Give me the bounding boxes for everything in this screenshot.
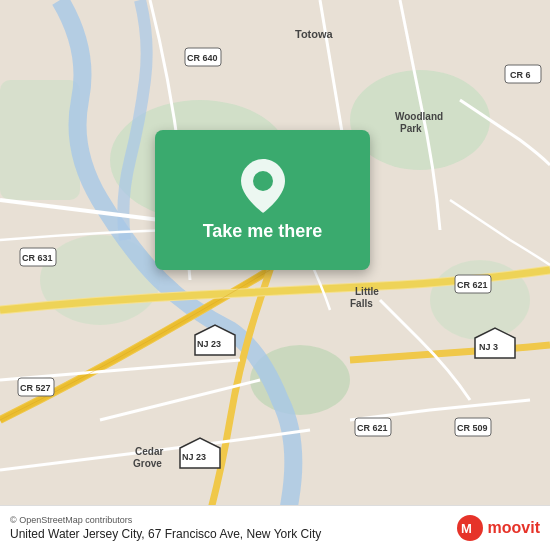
- svg-text:Grove: Grove: [133, 458, 162, 469]
- svg-text:NJ 3: NJ 3: [479, 342, 498, 352]
- cta-card[interactable]: Take me there: [155, 130, 370, 270]
- bottom-bar: © OpenStreetMap contributors United Wate…: [0, 505, 550, 550]
- svg-text:Cedar: Cedar: [135, 446, 163, 457]
- svg-text:Falls: Falls: [350, 298, 373, 309]
- map-container[interactable]: Totowa Woodland Park Little Falls Cedar …: [0, 0, 550, 550]
- svg-text:CR 509: CR 509: [457, 423, 488, 433]
- svg-text:CR 621: CR 621: [457, 280, 488, 290]
- svg-text:CR 631: CR 631: [22, 253, 53, 263]
- svg-text:Woodland: Woodland: [395, 111, 443, 122]
- moovit-brand-name: moovit: [488, 519, 540, 537]
- svg-rect-4: [0, 80, 80, 200]
- svg-text:NJ 23: NJ 23: [197, 339, 221, 349]
- svg-text:Little: Little: [355, 286, 379, 297]
- moovit-logo: M moovit: [456, 514, 540, 542]
- svg-text:CR 6: CR 6: [510, 70, 531, 80]
- location-pin-icon: [241, 159, 285, 213]
- svg-text:CR 640: CR 640: [187, 53, 218, 63]
- location-label: United Water Jersey City, 67 Francisco A…: [10, 527, 321, 541]
- svg-text:NJ 23: NJ 23: [182, 452, 206, 462]
- moovit-icon: M: [456, 514, 484, 542]
- svg-text:Totowa: Totowa: [295, 28, 334, 40]
- svg-text:CR 527: CR 527: [20, 383, 51, 393]
- osm-attribution: © OpenStreetMap contributors: [10, 515, 321, 525]
- svg-point-34: [253, 171, 273, 191]
- map-background: Totowa Woodland Park Little Falls Cedar …: [0, 0, 550, 550]
- svg-text:Park: Park: [400, 123, 422, 134]
- svg-text:M: M: [461, 521, 472, 536]
- svg-text:CR 621: CR 621: [357, 423, 388, 433]
- cta-button-label: Take me there: [203, 221, 323, 242]
- bottom-left-content: © OpenStreetMap contributors United Wate…: [10, 515, 321, 541]
